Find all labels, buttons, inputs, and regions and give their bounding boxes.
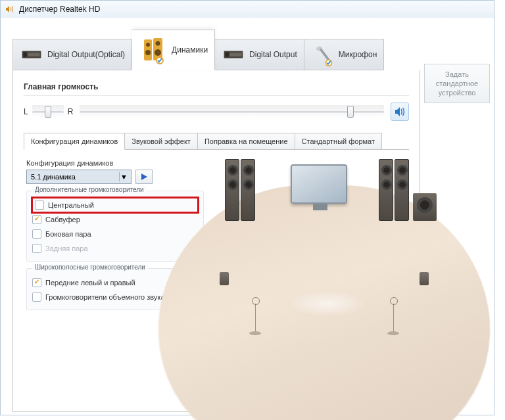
checkbox-label: Громкоговорители объемного звука xyxy=(45,293,165,301)
balance-control[interactable]: L R xyxy=(24,105,73,118)
svg-point-5 xyxy=(145,50,151,55)
main-volume-group: Главная громкость L R xyxy=(24,82,409,121)
checkbox-label: Центральный xyxy=(48,201,94,209)
subtab-speaker-config[interactable]: Конфигурация динамиков xyxy=(24,133,125,150)
titlebar: Диспетчер Realtek HD xyxy=(1,1,494,18)
checkbox-label: Передние левый и правый xyxy=(45,279,135,287)
speaker-layout-visual[interactable] xyxy=(209,159,406,317)
subtab-sound-effect[interactable]: Звуковой эффект xyxy=(124,133,198,149)
speaker-config-label: Конфигурация динамиков xyxy=(26,159,204,167)
checkbox-center[interactable]: Центральный xyxy=(32,198,198,212)
volume-icon xyxy=(5,4,15,14)
main-volume-slider[interactable] xyxy=(80,105,384,118)
balance-left-label: L xyxy=(24,107,28,116)
window-title: Диспетчер Realtek HD xyxy=(19,5,100,14)
device-tabs: Digital Output(Optical) Динамики xyxy=(12,30,420,70)
checkbox-label: Сабвуфер xyxy=(45,216,80,223)
speakers-icon xyxy=(139,35,168,64)
speakers-panel: Главная громкость L R xyxy=(12,70,420,412)
dropdown-value: 5.1 динамика xyxy=(31,173,76,181)
tab-label: Микрофон xyxy=(339,50,377,59)
microphone-icon xyxy=(311,43,335,66)
mute-button[interactable] xyxy=(391,103,409,121)
device-icon xyxy=(20,43,43,66)
tab-microphone[interactable]: Микрофон xyxy=(304,39,384,70)
tab-label: Динамики xyxy=(172,45,208,55)
balance-slider[interactable] xyxy=(32,105,64,118)
checkbox-label: Задняя пара xyxy=(45,245,88,252)
svg-point-8 xyxy=(155,49,161,56)
svg-rect-11 xyxy=(225,52,228,57)
speaker-config-dropdown[interactable]: 5.1 динамика ▼ xyxy=(26,170,132,184)
tab-digital-output[interactable]: Digital Output xyxy=(215,39,304,70)
svg-rect-12 xyxy=(230,53,242,56)
test-play-button[interactable] xyxy=(135,170,153,184)
button-label: Задать стандартное устройство xyxy=(427,70,487,98)
extra-speakers-group: Дополнительные громкоговорители Централь… xyxy=(26,191,204,262)
tab-label: Digital Output(Optical) xyxy=(47,50,125,59)
group-title: Дополнительные громкоговорители xyxy=(32,186,147,193)
subtab-room-correction[interactable]: Поправка на помещение xyxy=(197,133,295,149)
checkbox-rear-pair: Задняя пара xyxy=(32,241,198,256)
content: Digital Output(Optical) Динамики xyxy=(1,18,494,412)
realtek-window: Диспетчер Realtek HD Digital Output(Opti… xyxy=(0,0,494,415)
device-icon xyxy=(222,43,245,66)
subtabs: Конфигурация динамиков Звуковой эффект П… xyxy=(24,133,409,150)
checkbox-side-pair[interactable]: Боковая пара xyxy=(32,227,198,241)
main-volume-title: Главная громкость xyxy=(24,82,409,91)
tab-speakers[interactable]: Динамики xyxy=(132,30,215,70)
svg-rect-2 xyxy=(28,53,40,56)
balance-right-label: R xyxy=(68,107,74,116)
set-default-device-button[interactable]: Задать стандартное устройство xyxy=(424,64,490,103)
svg-rect-1 xyxy=(23,52,26,57)
group-title: Широкополосные громкоговорители xyxy=(32,264,148,271)
tab-digital-output-optical[interactable]: Digital Output(Optical) xyxy=(12,39,132,70)
checkbox-subwoofer[interactable]: Сабвуфер xyxy=(32,212,198,227)
svg-point-7 xyxy=(156,41,160,46)
checkbox-label: Боковая пара xyxy=(45,230,91,238)
chevron-down-icon: ▼ xyxy=(119,172,128,181)
svg-point-4 xyxy=(146,43,150,47)
tab-label: Digital Output xyxy=(249,50,297,59)
subtab-default-format[interactable]: Стандартный формат xyxy=(295,133,382,149)
